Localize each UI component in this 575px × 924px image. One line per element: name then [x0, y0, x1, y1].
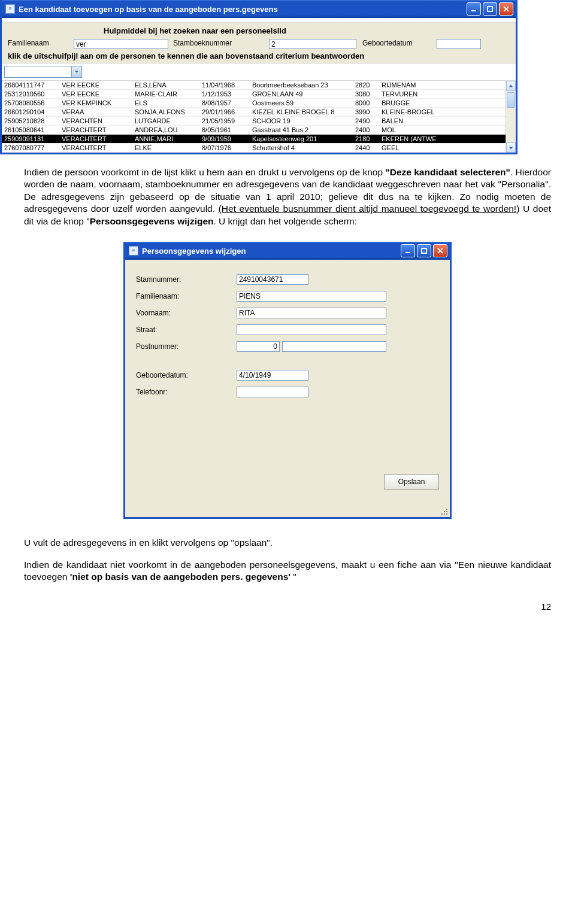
table-cell: 2820 [353, 81, 379, 90]
table-cell: 1/12/1953 [199, 90, 250, 99]
results-table: 26804111747VER EECKEELS,LENA11/04/1968Bo… [2, 81, 506, 153]
voornaam-label: Voornaam: [136, 309, 237, 317]
svg-rect-0 [471, 10, 476, 11]
instruction-paragraph-1: Indien de persoon voorkomt in de lijst k… [0, 154, 575, 233]
table-cell: 8000 [353, 99, 379, 108]
postcode-city-input[interactable] [282, 341, 386, 352]
page-number: 12 [0, 589, 575, 612]
candidate-search-window: ≡ Een kandidaat toevoegen op basis van d… [0, 0, 518, 154]
familienaam2-label: Familienaam: [136, 292, 237, 300]
table-cell: LUTGARDE [132, 117, 199, 126]
table-row[interactable]: 25312010560VER EECKEMARIE-CLAIR1/12/1953… [2, 90, 506, 99]
minimize-button[interactable] [467, 2, 481, 16]
table-row[interactable]: 25708080556VER KEMPINCKELS8/08/1957Oostm… [2, 99, 506, 108]
svg-rect-8 [444, 513, 445, 515]
instruction-paragraph-2: U vult de adresgegevens in en klikt verv… [0, 525, 575, 589]
table-cell: GROENLAAN 49 [250, 90, 353, 99]
app-icon: ≡ [129, 246, 138, 256]
vertical-scrollbar[interactable] [506, 81, 516, 153]
table-cell: KLEINE-BROGEL [379, 108, 506, 117]
svg-rect-9 [446, 513, 447, 515]
table-cell: 2490 [353, 117, 379, 126]
table-cell: VERACHTERT [59, 135, 132, 144]
familienaam-label: Familienaam [8, 39, 74, 47]
save-button[interactable]: Opslaan [384, 474, 439, 490]
table-row[interactable]: 26105080641VERACHTERTANDREA,LOU8/05/1961… [2, 126, 506, 135]
table-row[interactable]: 25905210828VERACHTENLUTGARDE21/05/1959SC… [2, 117, 506, 126]
table-cell: 3990 [353, 108, 379, 117]
table-cell: 25708080556 [2, 99, 59, 108]
table-cell: BALEN [379, 117, 506, 126]
familienaam-input[interactable] [74, 39, 168, 49]
table-row[interactable]: 27607080777VERACHTERTELKE8/07/1976Schutt… [2, 144, 506, 153]
table-cell: VER EECKE [59, 81, 132, 90]
geboortedatum-label: Geboortedatum: [136, 371, 237, 379]
table-cell: 8/05/1961 [199, 126, 250, 135]
close-button[interactable] [433, 244, 447, 257]
dropdown-row [2, 63, 516, 81]
geboorte-label: Geboortedatum [362, 39, 433, 47]
table-row[interactable]: 26601290104VERAASONJA,ALFONS29/01/1966KI… [2, 108, 506, 117]
stamboek-label: Stamboeknummer [173, 39, 263, 47]
voornaam-input[interactable] [237, 308, 386, 318]
window1-titlebar[interactable]: ≡ Een kandidaat toevoegen op basis van d… [2, 0, 516, 18]
scroll-up-icon[interactable] [506, 81, 516, 91]
window2-titlebar[interactable]: ≡ Persoonsgegevens wijzigen [125, 242, 450, 260]
edit-person-window: ≡ Persoonsgegevens wijzigen Stamnumm [123, 242, 452, 519]
svg-rect-6 [446, 511, 447, 512]
table-cell: VERAA [59, 108, 132, 117]
table-cell: VERACHTERT [59, 126, 132, 135]
close-button[interactable] [499, 2, 513, 16]
table-cell: ELS,LENA [132, 81, 199, 90]
postnummer-input[interactable] [237, 341, 280, 352]
table-cell: Boortmeerbeeksebaan 23 [250, 81, 353, 90]
scroll-thumb[interactable] [507, 92, 515, 108]
table-cell: 26601290104 [2, 108, 59, 117]
table-cell: 3080 [353, 90, 379, 99]
chevron-down-icon[interactable] [71, 66, 81, 77]
postnummer-label: Postnummer: [136, 342, 237, 351]
svg-rect-4 [446, 509, 447, 510]
table-cell: Oostmeers 59 [250, 99, 353, 108]
svg-rect-5 [444, 511, 445, 512]
stamnummer-label: Stamnummer: [136, 275, 237, 284]
table-cell: KIEZEL KLEINE BROGEL 8 [250, 108, 353, 117]
table-cell: VER KEMPINCK [59, 99, 132, 108]
table-cell: ANNIE,MARI [132, 135, 199, 144]
table-row[interactable]: 25909091131VERACHTERTANNIE,MARI9/09/1959… [2, 135, 506, 144]
table-cell: 29/01/1966 [199, 108, 250, 117]
scroll-down-icon[interactable] [506, 142, 516, 153]
table-cell: BRUGGE [379, 99, 506, 108]
filter-combobox[interactable] [4, 66, 82, 78]
table-cell: VERACHTERT [59, 144, 132, 153]
table-cell: MARIE-CLAIR [132, 90, 199, 99]
search-panel-title: Hulpmiddel bij het zoeken naar een perso… [104, 26, 510, 35]
familienaam2-input[interactable] [237, 291, 386, 302]
table-cell: SONJA,ALFONS [132, 108, 199, 117]
table-cell: 2400 [353, 126, 379, 135]
table-cell: 2440 [353, 144, 379, 153]
maximize-button[interactable] [483, 2, 497, 16]
geboortedatum-input[interactable] [237, 370, 308, 381]
straat-input[interactable] [237, 324, 386, 335]
table-cell: VER EECKE [59, 90, 132, 99]
table-cell: 25312010560 [2, 90, 59, 99]
stamboek-input[interactable] [269, 39, 356, 49]
table-cell: 21/05/1959 [199, 117, 250, 126]
svg-rect-7 [441, 513, 443, 515]
table-cell: RIJMENAM [379, 81, 506, 90]
maximize-button[interactable] [417, 244, 431, 257]
telefoon-input[interactable] [237, 387, 308, 397]
table-cell: 25905210828 [2, 117, 59, 126]
search-filters-panel: Hulpmiddel bij het zoeken naar een perso… [2, 23, 516, 49]
table-row[interactable]: 26804111747VER EECKEELS,LENA11/04/1968Bo… [2, 81, 506, 90]
minimize-button[interactable] [401, 244, 415, 257]
geboorte-input[interactable] [437, 39, 481, 49]
table-cell: ANDREA,LOU [132, 126, 199, 135]
resize-grip-icon[interactable] [440, 507, 449, 516]
table-cell: ELKE [132, 144, 199, 153]
window1-title: Een kandidaat toevoegen op basis van de … [19, 5, 467, 14]
table-cell: EKEREN (ANTWE [379, 135, 506, 144]
app-icon: ≡ [5, 4, 15, 14]
stamnummer-input[interactable] [237, 274, 308, 285]
